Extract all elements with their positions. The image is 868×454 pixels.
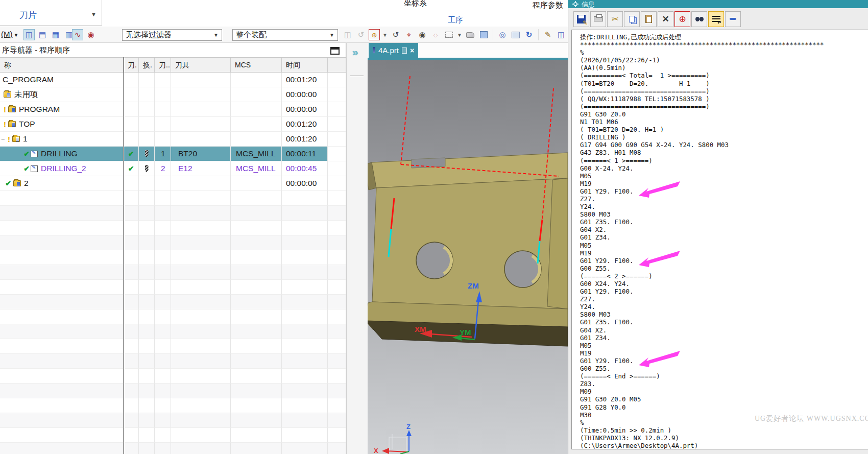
rotate-point-icon[interactable]: ↺ xyxy=(390,29,401,40)
gcode-line: ( QQ/WX:11187988 TEL:15071583578 ) xyxy=(580,95,824,103)
empty-cell xyxy=(124,384,139,398)
snap-point-filter-icon[interactable]: ⊕ xyxy=(369,29,380,40)
completed-check-icon: ✔ xyxy=(22,164,31,173)
tree-node-name[interactable]: ✔2 xyxy=(0,176,124,191)
blade-gallery-dropdown[interactable]: 刀片 ▼ xyxy=(0,0,102,26)
empty-cell xyxy=(171,206,231,221)
polygon-center-icon[interactable]: ◉ xyxy=(417,29,428,40)
empty-cell xyxy=(282,369,328,384)
ribbon-group-operation[interactable]: 工序 xyxy=(448,15,463,25)
empty-cell xyxy=(282,221,328,235)
empty-cell xyxy=(171,221,231,235)
tree-node-name[interactable]: −!1 xyxy=(0,132,124,147)
tree-row-2[interactable]: ✔200:00:00 xyxy=(0,176,346,191)
tree-row-未用项[interactable]: 未用项00:00:00 xyxy=(0,87,346,102)
word-wrap-button[interactable] xyxy=(708,11,724,27)
regenerate-warning-icon: ! xyxy=(7,135,11,144)
tree-row-TOP[interactable]: !TOP00:01:20 xyxy=(0,117,346,132)
assembly-constraints-icon[interactable]: ◫ xyxy=(342,29,353,40)
expand-panel-icon[interactable]: » xyxy=(352,46,358,58)
select-feature-icon[interactable]: ▤ xyxy=(37,29,48,40)
find-target-button[interactable]: ⊕ xyxy=(674,11,690,27)
print-button[interactable] xyxy=(590,11,606,27)
tree-node-name[interactable]: ✔DRILLING xyxy=(0,147,124,161)
empty-cell xyxy=(139,295,155,309)
maximize-icon[interactable] xyxy=(330,47,340,55)
gcode-line: M19 xyxy=(580,349,824,357)
gcode-line: Z27. xyxy=(580,295,824,303)
empty-cell xyxy=(139,428,155,443)
menu-button[interactable]: (M)▼ xyxy=(1,30,18,38)
solid-face-icon[interactable] xyxy=(465,29,476,40)
point-on-tool-icon[interactable]: ⌖ xyxy=(403,29,415,40)
curve-rule-icon[interactable]: ∿ xyxy=(72,29,83,40)
selection-scope-dropdown[interactable]: 整个装配 ▼ xyxy=(232,29,338,41)
tree-row-DRILLING_2[interactable]: ✔DRILLING_2✔2E12MCS_MILL00:00:45 xyxy=(0,161,346,176)
empty-cell xyxy=(282,354,328,369)
tree-row-PROGRAM[interactable]: !PROGRAM00:00:00 xyxy=(0,102,346,117)
column-header[interactable]: 换. xyxy=(139,58,155,72)
find-button[interactable] xyxy=(691,11,707,27)
stop-at-intersection-icon[interactable]: ◉ xyxy=(85,29,97,40)
tree-row-1[interactable]: −!100:01:20 xyxy=(0,132,346,147)
tree-node-name[interactable]: 未用项 xyxy=(0,87,124,102)
tree-row-DRILLING[interactable]: ✔DRILLING✔1BT20MCS_MILL00:00:11 xyxy=(0,147,346,161)
show-hide-icon[interactable]: ◫ xyxy=(556,29,567,40)
refresh-view-icon[interactable]: ↻ xyxy=(523,29,535,40)
tree-node-name[interactable]: C_PROGRAM xyxy=(0,73,124,87)
chevron-down-icon[interactable]: ▼ xyxy=(382,29,388,40)
column-header[interactable]: MCS xyxy=(231,58,282,72)
chevron-down-icon[interactable]: ▼ xyxy=(456,29,463,40)
selection-filter-dropdown[interactable]: 无选择过滤器 ▼ xyxy=(122,29,222,41)
empty-cell xyxy=(155,265,171,280)
copy-button[interactable] xyxy=(624,11,640,27)
empty-cell xyxy=(171,295,231,309)
close-tab-icon[interactable]: × xyxy=(410,46,414,55)
tool-change-cell xyxy=(139,176,155,191)
select-component-icon[interactable]: ◫ xyxy=(23,29,35,40)
edit-object-display-icon[interactable]: ✎ xyxy=(542,29,553,40)
empty-cell xyxy=(231,265,282,280)
tree-node-name[interactable]: ✔DRILLING_2 xyxy=(0,161,124,176)
empty-row xyxy=(0,191,346,206)
column-header[interactable]: 刀具 xyxy=(171,58,231,72)
pan-view-icon[interactable] xyxy=(510,29,521,40)
column-header[interactable]: 时间 xyxy=(282,58,328,72)
empty-cell xyxy=(155,206,171,221)
sash-grip[interactable] xyxy=(350,76,364,76)
information-content[interactable]: 操作:DRILLING,已成功完成后处理********************… xyxy=(571,30,868,449)
save-button[interactable] xyxy=(573,11,589,27)
paste-button[interactable] xyxy=(641,11,657,27)
bounded-plane-icon[interactable] xyxy=(443,29,454,40)
part-tab[interactable]: 4A.prt × xyxy=(369,43,418,58)
zoom-window-icon[interactable]: ◎ xyxy=(497,29,508,40)
column-header[interactable]: 刀.. xyxy=(155,58,171,72)
empty-cell xyxy=(328,87,346,102)
select-body-icon[interactable]: ▦ xyxy=(50,29,61,40)
tree-node-name[interactable]: !TOP xyxy=(0,117,124,132)
bounding-box-icon[interactable] xyxy=(478,29,489,40)
empty-cell xyxy=(0,443,124,454)
tree-node-name[interactable]: !PROGRAM xyxy=(0,102,124,117)
empty-cell xyxy=(328,102,346,117)
navigator-column-header[interactable]: 称刀.换.刀..刀具MCS时间 xyxy=(0,57,346,73)
empty-row xyxy=(0,324,346,339)
ym-axis-label: YM xyxy=(460,328,471,337)
mcs-cell xyxy=(231,87,282,102)
delete-button[interactable]: ✕ xyxy=(658,11,673,27)
arc-center-icon[interactable]: ◌ xyxy=(430,29,441,40)
column-header[interactable]: 称 xyxy=(0,58,124,72)
viewport-canvas[interactable]: ZM XM YM Z X xyxy=(368,60,568,454)
column-header[interactable]: 刀. xyxy=(124,58,139,72)
cut-button[interactable]: ✂ xyxy=(607,11,623,27)
empty-cell xyxy=(155,221,171,235)
move-component-icon[interactable]: ↺ xyxy=(355,29,367,40)
column-splitter[interactable] xyxy=(124,57,124,454)
information-title-bar[interactable]: 信息 xyxy=(568,0,868,8)
empty-cell xyxy=(328,117,346,132)
collapse-node-icon[interactable]: − xyxy=(1,135,7,143)
tool-number-cell xyxy=(155,176,171,191)
regenerate-warning-icon: ! xyxy=(3,120,7,129)
collapse-button[interactable] xyxy=(725,11,741,27)
tree-row-C_PROGRAM[interactable]: C_PROGRAM00:01:20 xyxy=(0,73,346,87)
